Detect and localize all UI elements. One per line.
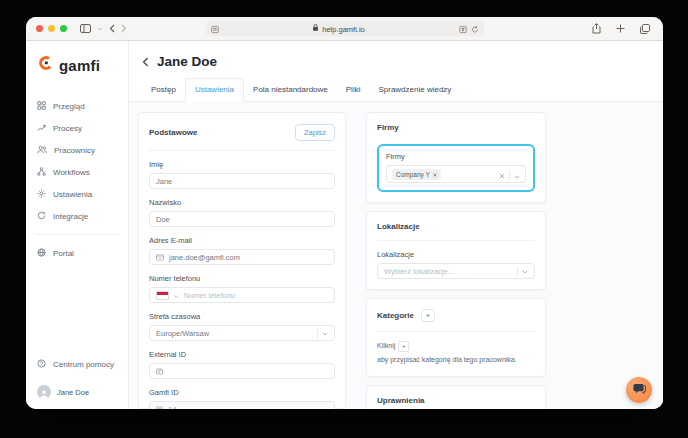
lock-icon	[312, 24, 319, 34]
sidebar-item-pracownicy[interactable]: Pracownicy	[37, 139, 117, 161]
tab-bar: Postęp Ustawienia Pola niestandardowe Pl…	[129, 78, 663, 102]
sidebar-user[interactable]: Jane Doe	[37, 385, 117, 399]
dashboard-grid-icon	[37, 101, 46, 112]
divider	[377, 331, 535, 332]
companies-highlight-box: Firmy Company Y	[377, 144, 535, 192]
gamfi-logo-icon	[38, 55, 54, 75]
browser-toolbar: help.gamfi.io	[26, 17, 663, 41]
zoom-window-button[interactable]	[60, 25, 67, 32]
locations-placeholder: Wybierz lokalizacje...	[384, 267, 454, 276]
forward-icon[interactable]	[121, 24, 127, 33]
chat-widget-button[interactable]	[626, 377, 652, 403]
external-id-input[interactable]	[149, 363, 335, 379]
last-name-input[interactable]	[149, 211, 335, 227]
locations-select[interactable]: Wybierz lokalizacje...	[377, 263, 535, 279]
hint-text: Kliknij	[377, 341, 395, 352]
gamfi-logo[interactable]: gamfi	[38, 55, 117, 75]
sidebar-item-ustawienia[interactable]: Ustawienia	[37, 183, 117, 205]
companies-multiselect[interactable]: Company Y	[386, 165, 526, 183]
gamfi-id-input: 14	[149, 401, 335, 409]
sidebar-item-workflows[interactable]: Workflows	[37, 161, 117, 183]
sidebar-item-label: Przegląd	[53, 102, 85, 111]
sidebar: gamfi Przegląd	[26, 41, 129, 409]
share-icon[interactable]	[592, 23, 601, 34]
new-tab-icon[interactable]	[616, 24, 625, 33]
phone-input[interactable]: Numer telefonu	[149, 287, 335, 303]
card-title: Kategorie	[377, 311, 414, 320]
divider	[149, 150, 335, 151]
sidebar-spacer	[37, 264, 117, 353]
timezone-field: Strefa czasowa Europe/Warsaw	[149, 312, 335, 341]
chevron-down-icon[interactable]	[522, 267, 528, 276]
sidebar-item-label: Portal	[53, 249, 74, 258]
first-name-input-value[interactable]	[156, 177, 328, 186]
email-input[interactable]: jane.doe@gamfi.com	[149, 249, 335, 265]
poland-flag-icon[interactable]	[156, 291, 169, 300]
sidebar-item-przeglad[interactable]: Przegląd	[37, 95, 117, 117]
divider	[377, 240, 535, 241]
timezone-value: Europe/Warsaw	[156, 329, 209, 338]
sidebar-item-label: Ustawienia	[53, 190, 92, 199]
phone-placeholder: Numer telefonu	[184, 291, 235, 300]
company-tag-label: Company Y	[396, 171, 430, 178]
last-name-input-value[interactable]	[156, 215, 328, 224]
field-label: Firmy	[386, 152, 526, 161]
sidebar-toggle-icon[interactable]	[80, 24, 91, 33]
hint-text: aby przypisać kategorię dla tego pracown…	[377, 355, 517, 366]
first-name-input[interactable]	[149, 173, 335, 189]
basic-info-card: Podstawowe Zapisz Imię Nazwisko	[138, 112, 346, 409]
chevron-down-icon[interactable]	[322, 329, 328, 338]
tab-postep[interactable]: Postęp	[142, 79, 185, 101]
envelope-icon	[156, 254, 164, 261]
minimize-window-button[interactable]	[48, 25, 55, 32]
sidebar-divider	[35, 234, 119, 235]
back-chevron-icon[interactable]	[142, 57, 149, 67]
tab-ustawienia[interactable]: Ustawienia	[185, 78, 244, 102]
flag-caret-icon[interactable]	[174, 291, 179, 300]
sidebar-item-integracje[interactable]: Integracje	[37, 205, 117, 227]
sidebar-item-label: Workflows	[53, 168, 90, 177]
sidebar-caret-icon[interactable]	[97, 27, 103, 31]
people-icon	[37, 145, 47, 156]
permissions-card: Uprawnienia Administrator	[366, 385, 546, 410]
back-icon[interactable]	[109, 24, 115, 33]
clear-icon[interactable]	[499, 165, 505, 183]
gamfi-id-field: Gamfi ID 14	[149, 388, 335, 409]
integrations-icon	[37, 211, 46, 222]
reader-icon[interactable]	[211, 20, 219, 38]
app-frame: gamfi Przegląd	[26, 41, 663, 409]
workflow-nodes-icon	[37, 167, 46, 178]
timezone-select[interactable]: Europe/Warsaw	[149, 325, 335, 341]
field-label: External ID	[149, 350, 335, 359]
save-button[interactable]: Zapisz	[295, 124, 335, 141]
sidebar-item-label: Pracownicy	[54, 146, 95, 155]
tab-sprawdzenie-wiedzy[interactable]: Sprawdzenie wiedzy	[369, 79, 460, 101]
sidebar-item-centrum-pomocy[interactable]: Centrum pomocy	[37, 353, 117, 375]
tab-pola-niestandardowe[interactable]: Pola niestandardowe	[244, 79, 337, 101]
remove-tag-icon[interactable]	[433, 171, 437, 178]
company-tag[interactable]: Company Y	[392, 169, 441, 180]
companies-card: Firmy Firmy Company Y	[366, 112, 546, 203]
field-label: Imię	[149, 160, 335, 169]
chevron-down-icon[interactable]	[514, 165, 520, 183]
reload-icon[interactable]	[471, 20, 479, 38]
browser-window: help.gamfi.io	[26, 17, 663, 409]
tab-overview-icon[interactable]	[640, 24, 650, 34]
address-bar[interactable]: help.gamfi.io	[206, 21, 484, 36]
close-window-button[interactable]	[36, 25, 43, 32]
card-title: Uprawnienia	[377, 396, 535, 405]
field-label: Numer telefonu	[149, 274, 335, 283]
locations-card: Lokalizacje Lokalizacje Wybierz lokaliza…	[366, 211, 546, 290]
tab-pliki[interactable]: Pliki	[337, 79, 370, 101]
avatar	[37, 385, 51, 399]
select-separator	[509, 170, 510, 179]
translate-icon[interactable]	[459, 20, 467, 38]
gear-icon	[37, 189, 46, 200]
sidebar-item-procesy[interactable]: Procesy	[37, 117, 117, 139]
add-category-button[interactable]: +	[421, 309, 435, 322]
sidebar-item-portal[interactable]: Portal	[37, 242, 117, 264]
globe-icon	[37, 248, 46, 259]
plus-icon: +	[426, 311, 431, 320]
sidebar-item-label: Procesy	[53, 124, 82, 133]
traffic-lights	[36, 25, 67, 32]
